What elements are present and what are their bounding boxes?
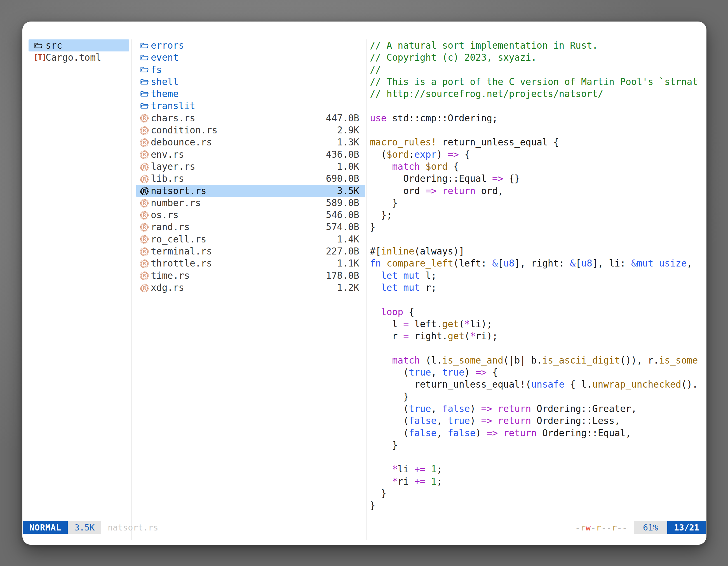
code-line: }: [370, 391, 704, 403]
folder-row-src[interactable]: src: [29, 39, 129, 51]
code-line: [370, 233, 704, 245]
status-bar: NORMAL 3.5K natsort.rs -rw-r--r-- 61% 13…: [23, 521, 706, 534]
code-line: let mut l;: [370, 270, 704, 282]
entry-size: 690.0B: [326, 173, 359, 185]
svg-text:R: R: [142, 225, 146, 230]
entry-label: debounce.rs: [151, 136, 212, 148]
entry-label: theme: [151, 88, 179, 100]
entry-label: condition.rs: [151, 124, 217, 136]
folder-row-fs[interactable]: fs: [136, 64, 365, 76]
file-row-time-rs[interactable]: Rtime.rs178.0B: [136, 270, 365, 282]
file-row-rand-rs[interactable]: Rrand.rs574.0B: [136, 221, 365, 233]
svg-text:R: R: [142, 285, 146, 291]
entry-label: time.rs: [151, 270, 190, 282]
entry-label: os.rs: [151, 209, 179, 221]
entry-size: 447.0B: [326, 112, 359, 124]
entry-label: fs: [151, 64, 162, 76]
code-line: l = left.get(*li);: [370, 318, 704, 330]
file-row-xdg-rs[interactable]: Rxdg.rs1.2K: [136, 282, 365, 293]
entry-size: 546.0B: [326, 209, 359, 221]
code-line: match (l.is_some_and(|b| b.is_ascii_digi…: [370, 354, 704, 366]
file-row-os-rs[interactable]: Ros.rs546.0B: [136, 209, 365, 221]
file-permissions: -rw-r--r--: [575, 521, 627, 534]
code-line: macro_rules! return_unless_equal {: [370, 136, 704, 148]
status-filename: natsort.rs: [108, 521, 158, 534]
file-row-natsort-rs[interactable]: Rnatsort.rs3.5K: [136, 185, 365, 197]
entry-label: src: [46, 39, 62, 51]
current-directory-pane: errorseventfsshellthemetranslitRchars.rs…: [136, 39, 365, 293]
rust-file-icon: R: [140, 247, 149, 257]
file-row-debounce-rs[interactable]: Rdebounce.rs1.3K: [136, 136, 365, 148]
folder-open-icon: [140, 102, 149, 111]
code-line: // This is a port of the C version of Ma…: [370, 76, 704, 88]
folder-row-event[interactable]: event: [136, 51, 365, 64]
rust-file-icon: R: [140, 283, 149, 293]
code-line: // A natural sort implementation in Rust…: [370, 39, 704, 51]
entry-size: 1.2K: [337, 282, 359, 293]
entry-size: 574.0B: [326, 221, 359, 233]
folder-open-icon: [140, 53, 149, 63]
folder-row-shell[interactable]: shell: [136, 76, 365, 88]
svg-text:R: R: [142, 261, 146, 267]
file-row-number-rs[interactable]: Rnumber.rs589.0B: [136, 197, 365, 209]
parent-directory-pane: src[T]Cargo.toml: [29, 39, 129, 64]
code-line: [370, 451, 704, 463]
entry-label: Cargo.toml: [46, 51, 101, 64]
rust-file-icon: R: [140, 271, 149, 281]
rust-file-icon: R: [140, 174, 149, 184]
entry-label: env.rs: [151, 149, 184, 161]
code-line: // http://sourcefrog.net/projects/natsor…: [370, 88, 704, 100]
file-row-ro-cell-rs[interactable]: Rro_cell.rs1.4K: [136, 233, 365, 245]
file-row-lib-rs[interactable]: Rlib.rs690.0B: [136, 173, 365, 185]
code-line: *li += 1;: [370, 463, 704, 475]
folder-open-icon: [140, 65, 149, 75]
pane-divider: [367, 39, 367, 540]
scroll-percent-chip: 61%: [634, 521, 667, 534]
entry-label: lib.rs: [151, 173, 184, 185]
svg-text:R: R: [142, 213, 146, 218]
entry-size: 1.1K: [337, 257, 359, 269]
svg-text:R: R: [142, 273, 146, 279]
folder-row-theme[interactable]: theme: [136, 88, 365, 100]
code-line: }: [370, 221, 704, 233]
file-row-layer-rs[interactable]: Rlayer.rs1.0K: [136, 161, 365, 173]
entry-size: 1.0K: [337, 161, 359, 173]
code-line: loop {: [370, 306, 704, 318]
rust-file-icon: R: [140, 211, 149, 220]
folder-open-icon: [140, 41, 149, 51]
svg-text:R: R: [142, 201, 146, 206]
entry-label: layer.rs: [151, 161, 195, 173]
rust-file-icon: R: [140, 223, 149, 232]
code-line: }: [370, 197, 704, 209]
rust-file-icon: R: [140, 199, 149, 208]
entry-label: event: [151, 51, 179, 64]
entry-label: xdg.rs: [151, 282, 184, 293]
svg-text:R: R: [142, 176, 146, 182]
folder-row-translit[interactable]: translit: [136, 100, 365, 112]
code-line: //: [370, 64, 704, 76]
entry-label: terminal.rs: [151, 245, 212, 257]
file-row-terminal-rs[interactable]: Rterminal.rs227.0B: [136, 245, 365, 257]
file-row-condition-rs[interactable]: Rcondition.rs2.9K: [136, 124, 365, 136]
entry-label: natsort.rs: [151, 185, 206, 197]
mode-indicator: NORMAL: [23, 521, 68, 534]
folder-row-errors[interactable]: errors: [136, 39, 365, 51]
entry-size: 1.3K: [337, 136, 359, 148]
folder-open-icon: [140, 78, 149, 87]
rust-file-icon: R: [140, 114, 149, 123]
rust-file-icon: R: [140, 162, 149, 172]
code-line: ($ord:expr) => {: [370, 149, 704, 161]
file-row-cargo-toml[interactable]: [T]Cargo.toml: [29, 51, 129, 64]
code-line: (false, false) => return Ordering::Equal…: [370, 427, 704, 439]
code-line: return_unless_equal!(unsafe { l.unwrap_u…: [370, 378, 704, 390]
entry-label: ro_cell.rs: [151, 233, 206, 245]
entry-label: shell: [151, 76, 179, 88]
code-line: }: [370, 499, 704, 511]
entry-label: chars.rs: [151, 112, 195, 124]
file-row-env-rs[interactable]: Renv.rs436.0B: [136, 149, 365, 161]
entry-label: throttle.rs: [151, 257, 212, 269]
file-row-chars-rs[interactable]: Rchars.rs447.0B: [136, 112, 365, 124]
svg-text:R: R: [142, 237, 146, 243]
file-row-throttle-rs[interactable]: Rthrottle.rs1.1K: [136, 257, 365, 269]
pane-divider: [131, 39, 132, 540]
